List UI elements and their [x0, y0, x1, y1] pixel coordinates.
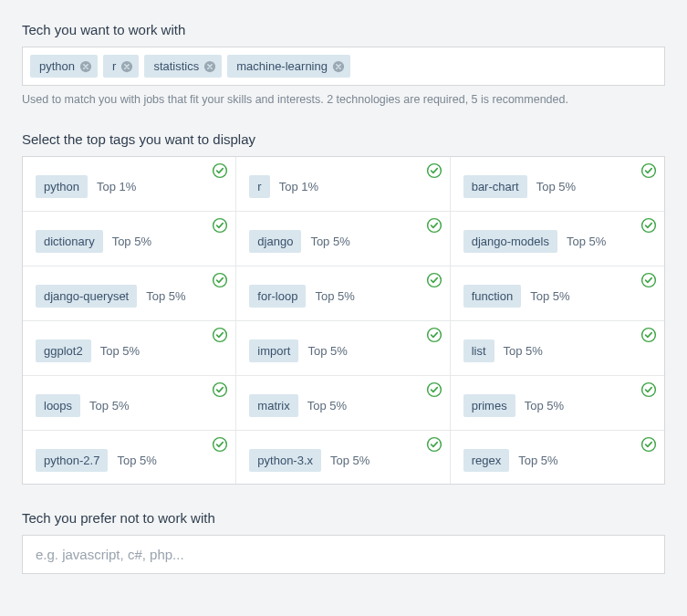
check-circle-icon [212, 162, 228, 179]
check-circle-icon [640, 381, 657, 398]
tag-rank: Top 5% [504, 344, 543, 358]
tag-cell[interactable]: regexTop 5% [451, 431, 664, 485]
top-tags-title: Select the top tags you want to display [22, 131, 665, 147]
tag-rank: Top 1% [97, 180, 136, 193]
tag-label: matrix [249, 394, 297, 417]
check-circle-icon [640, 436, 657, 453]
tag-chip-label: machine-learning [236, 59, 328, 73]
tag-label: ggplot2 [36, 339, 91, 362]
close-icon[interactable] [120, 60, 133, 73]
tag-label: for-loop [249, 285, 306, 308]
check-circle-icon [426, 217, 442, 234]
top-tags-grid: pythonTop 1%rTop 1%bar-chartTop 5%dictio… [22, 156, 665, 485]
check-circle-icon [426, 272, 442, 288]
tag-label: python-3.x [249, 449, 321, 472]
tag-rank: Top 5% [330, 454, 370, 467]
tag-label: primes [463, 394, 515, 417]
close-icon[interactable] [332, 60, 345, 73]
tech-want-title: Tech you want to work with [22, 22, 665, 37]
check-circle-icon [640, 217, 657, 234]
top-tags-section: Select the top tags you want to display … [22, 131, 665, 485]
tag-chip-label: python [39, 59, 75, 73]
check-circle-icon [212, 381, 228, 398]
tag-chip[interactable]: python [30, 55, 98, 78]
tag-chip[interactable]: machine-learning [227, 55, 350, 78]
tag-label: django [249, 230, 301, 253]
check-circle-icon [212, 436, 228, 453]
tag-rank: Top 5% [536, 180, 576, 193]
close-icon[interactable] [203, 60, 216, 73]
check-circle-icon [640, 272, 657, 288]
check-circle-icon [426, 327, 442, 343]
tag-rank: Top 5% [518, 454, 557, 467]
tag-chip-label: statistics [153, 59, 199, 73]
tag-cell[interactable]: primesTop 5% [451, 376, 664, 431]
tag-label: dictionary [36, 230, 103, 253]
tag-label: loops [36, 394, 80, 417]
check-circle-icon [640, 162, 657, 179]
tag-label: regex [463, 449, 510, 472]
check-circle-icon [426, 436, 442, 453]
check-circle-icon [640, 327, 657, 343]
tag-rank: Top 5% [530, 289, 569, 303]
tag-label: django-queryset [36, 285, 137, 308]
check-circle-icon [212, 272, 228, 288]
tag-rank: Top 5% [567, 235, 606, 248]
tech-want-input[interactable]: pythonrstatisticsmachine-learning [22, 47, 665, 86]
tag-label: function [463, 285, 522, 308]
tag-rank: Top 5% [89, 399, 129, 412]
tag-label: import [249, 339, 298, 362]
tag-cell[interactable]: python-2.7Top 5% [23, 431, 236, 485]
tag-label: django-models [463, 230, 557, 253]
tag-cell[interactable]: rTop 1% [236, 157, 450, 212]
tag-cell[interactable]: dictionaryTop 5% [23, 212, 236, 266]
tag-chip-label: r [112, 59, 116, 73]
tag-rank: Top 5% [310, 235, 349, 248]
tag-cell[interactable]: functionTop 5% [451, 266, 664, 321]
check-circle-icon [212, 327, 228, 343]
tag-cell[interactable]: for-loopTop 5% [236, 266, 450, 321]
tech-avoid-input[interactable] [22, 535, 665, 574]
tech-want-helper: Used to match you with jobs that fit you… [22, 93, 665, 106]
tag-cell[interactable]: matrixTop 5% [236, 376, 450, 431]
tag-cell[interactable]: importTop 5% [236, 321, 450, 376]
tag-cell[interactable]: django-querysetTop 5% [23, 266, 236, 321]
check-circle-icon [426, 381, 442, 398]
tag-cell[interactable]: ggplot2Top 5% [23, 321, 236, 376]
tag-cell[interactable]: bar-chartTop 5% [451, 157, 664, 212]
tag-cell[interactable]: pythonTop 1% [23, 157, 236, 212]
tech-want-section: Tech you want to work with pythonrstatis… [22, 22, 665, 106]
tag-rank: Top 5% [117, 454, 156, 467]
tag-label: r [249, 175, 269, 198]
tag-rank: Top 5% [315, 289, 354, 303]
tag-rank: Top 5% [112, 235, 151, 248]
tag-chip[interactable]: statistics [144, 55, 222, 78]
tag-rank: Top 5% [525, 399, 564, 412]
tag-cell[interactable]: listTop 5% [451, 321, 664, 376]
tag-rank: Top 5% [307, 344, 347, 358]
tag-cell[interactable]: loopsTop 5% [23, 376, 236, 431]
check-circle-icon [426, 162, 442, 179]
tag-rank: Top 5% [146, 289, 185, 303]
tag-rank: Top 5% [100, 344, 140, 358]
tag-cell[interactable]: python-3.xTop 5% [236, 431, 450, 485]
tag-label: list [463, 339, 494, 362]
check-circle-icon [212, 217, 228, 234]
tag-rank: Top 1% [279, 180, 318, 193]
tag-label: python [36, 175, 88, 198]
tag-chip[interactable]: r [103, 55, 139, 78]
close-icon[interactable] [79, 60, 92, 73]
tag-cell[interactable]: djangoTop 5% [236, 212, 450, 266]
tag-cell[interactable]: django-modelsTop 5% [451, 212, 664, 266]
tech-avoid-section: Tech you prefer not to work with [22, 510, 665, 574]
tech-avoid-title: Tech you prefer not to work with [22, 510, 665, 526]
tag-rank: Top 5% [307, 399, 347, 412]
tag-label: bar-chart [463, 175, 527, 198]
tag-label: python-2.7 [36, 449, 108, 472]
